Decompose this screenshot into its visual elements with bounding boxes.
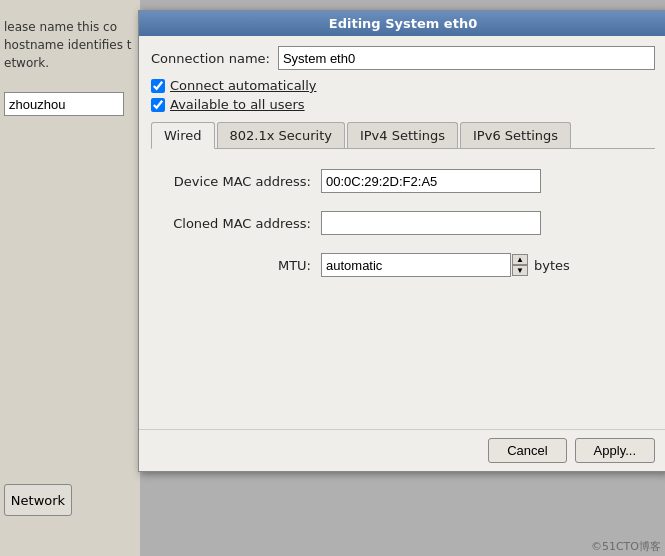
- mtu-spinner-down[interactable]: ▼: [512, 265, 528, 276]
- wired-tab-content: Device MAC address: Cloned MAC address: …: [151, 149, 655, 409]
- mac-address-label: Device MAC address:: [161, 174, 321, 189]
- tab-wired[interactable]: Wired: [151, 122, 215, 149]
- tab-ipv6-settings[interactable]: IPv6 Settings: [460, 122, 571, 148]
- tab-8021x-security[interactable]: 802.1x Security: [217, 122, 345, 148]
- mac-address-row: Device MAC address:: [161, 169, 645, 193]
- apply-button[interactable]: Apply...: [575, 438, 655, 463]
- editing-dialog: Editing System eth0 Connection name: Con…: [138, 10, 665, 472]
- dialog-body: Connection name: Connect automatically A…: [139, 36, 665, 419]
- mac-address-input[interactable]: [321, 169, 541, 193]
- available-to-all-row: Available to all users: [151, 97, 655, 112]
- left-panel: lease name this co hostname identifies t…: [0, 0, 140, 556]
- watermark: ©51CTO博客: [587, 537, 665, 556]
- connect-automatically-checkbox[interactable]: [151, 79, 165, 93]
- mtu-input[interactable]: [321, 253, 511, 277]
- connection-name-row: Connection name:: [151, 46, 655, 70]
- hostname-input[interactable]: [4, 92, 124, 116]
- cloned-mac-row: Cloned MAC address:: [161, 211, 645, 235]
- connection-name-input[interactable]: [278, 46, 655, 70]
- bg-panel-text: lease name this co hostname identifies t…: [4, 18, 134, 72]
- tabs-container: Wired 802.1x Security IPv4 Settings IPv6…: [151, 122, 655, 149]
- connection-name-label: Connection name:: [151, 51, 270, 66]
- dialog-titlebar: Editing System eth0: [139, 11, 665, 36]
- mtu-bytes-label: bytes: [534, 258, 570, 273]
- cloned-mac-input[interactable]: [321, 211, 541, 235]
- available-to-all-checkbox[interactable]: [151, 98, 165, 112]
- mtu-row: MTU: ▲ ▼ bytes: [161, 253, 645, 277]
- mtu-spinner: ▲ ▼: [512, 254, 528, 276]
- mtu-input-container: ▲ ▼ bytes: [321, 253, 570, 277]
- mtu-label: MTU:: [161, 258, 321, 273]
- mtu-spinner-up[interactable]: ▲: [512, 254, 528, 265]
- dialog-footer: Cancel Apply...: [139, 429, 665, 471]
- available-to-all-label: Available to all users: [170, 97, 305, 112]
- tab-ipv4-settings[interactable]: IPv4 Settings: [347, 122, 458, 148]
- network-button[interactable]: Network: [4, 484, 72, 516]
- cancel-button[interactable]: Cancel: [488, 438, 566, 463]
- connect-automatically-row: Connect automatically: [151, 78, 655, 93]
- cloned-mac-label: Cloned MAC address:: [161, 216, 321, 231]
- connect-automatically-label: Connect automatically: [170, 78, 317, 93]
